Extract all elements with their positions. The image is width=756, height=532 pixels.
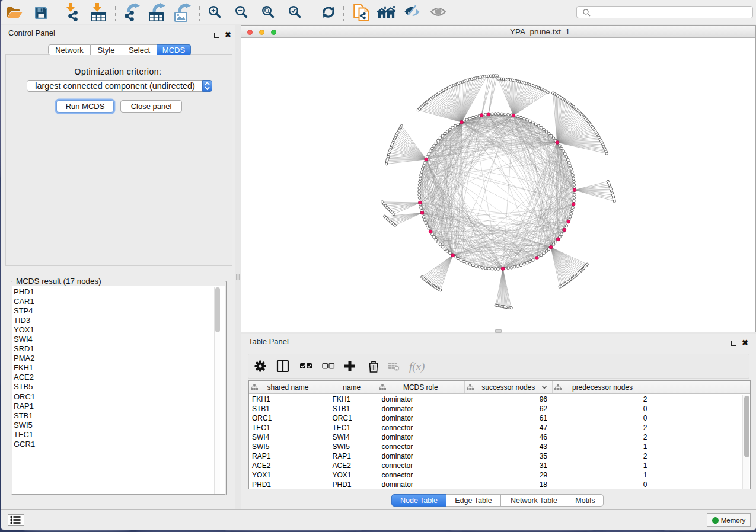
svg-text:f(x): f(x) [409, 360, 425, 373]
